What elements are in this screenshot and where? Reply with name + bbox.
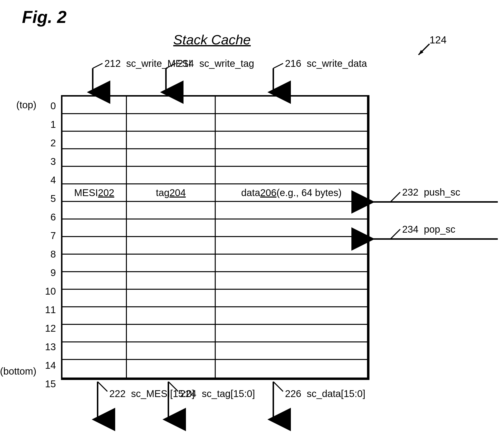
table-cell — [63, 325, 127, 342]
row-index: 4 — [41, 175, 56, 186]
table-cell — [216, 167, 367, 184]
row-index: 9 — [41, 267, 56, 278]
table-cell — [63, 342, 127, 360]
table-cell — [63, 114, 127, 132]
table-cell — [127, 114, 216, 132]
row-index: 15 — [41, 379, 56, 389]
signal-label-top-3: 216 sc_write_data — [285, 58, 367, 69]
table-cell — [216, 360, 367, 378]
table-cell — [127, 149, 216, 167]
row-index: 12 — [41, 323, 56, 334]
table-cell — [216, 149, 367, 167]
table-cell — [127, 272, 216, 290]
svg-line-11 — [98, 382, 107, 391]
table-row — [63, 202, 367, 220]
figure-label: Fig. 2 — [22, 7, 67, 27]
table-cell — [127, 167, 216, 184]
table-cell — [127, 290, 216, 307]
table-row — [63, 96, 367, 114]
row-index: 7 — [41, 230, 56, 241]
svg-line-17 — [390, 192, 400, 202]
table-cell — [127, 342, 216, 360]
table-cell — [127, 96, 216, 114]
svg-line-5 — [93, 64, 102, 68]
table-cell — [216, 220, 367, 237]
table-cell — [216, 202, 367, 220]
svg-line-9 — [273, 64, 283, 68]
table-cell — [63, 272, 127, 290]
row-index: 5 — [41, 193, 56, 204]
row-index: 13 — [41, 341, 56, 352]
table-cell — [63, 132, 127, 149]
table-cell: MESI 202 — [63, 184, 127, 202]
table-cell — [63, 255, 127, 272]
table-cell — [216, 255, 367, 272]
table-cell — [127, 307, 216, 325]
row-index: 11 — [41, 304, 56, 315]
table-cell — [63, 307, 127, 325]
table-cell — [63, 360, 127, 378]
table-cell — [127, 237, 216, 255]
table-cell — [127, 132, 216, 149]
signal-label-top-2: 214 sc_write_tag — [178, 58, 254, 69]
table-cell — [216, 342, 367, 360]
table-cell: tag 204 — [127, 184, 216, 202]
row-index: 10 — [41, 286, 56, 297]
table-cell — [127, 325, 216, 342]
corner-ref-number: 124 — [430, 34, 447, 46]
table-row — [63, 307, 367, 325]
signal-label-bottom-2: 224 sc_tag[15:0] — [180, 388, 255, 399]
table-cell — [63, 96, 127, 114]
table-row — [63, 272, 367, 290]
table-cell — [63, 220, 127, 237]
table-row — [63, 114, 367, 132]
table-cell — [63, 202, 127, 220]
table-row — [63, 132, 367, 149]
diagram-title: Stack Cache — [173, 32, 251, 48]
table-cell — [216, 272, 367, 290]
signal-label-right-1: 232 push_sc — [402, 187, 460, 198]
table-cell — [216, 307, 367, 325]
table-cell — [216, 132, 367, 149]
table-row — [63, 342, 367, 360]
table-cell — [216, 96, 367, 114]
table-cell — [63, 167, 127, 184]
diagram-page: Fig. 2 Stack Cache 124 — [0, 0, 500, 448]
svg-line-19 — [390, 229, 400, 239]
table-row — [63, 360, 367, 378]
row-index: 8 — [41, 249, 56, 260]
table-cell: data 206 (e.g., 64 bytes) — [216, 184, 367, 202]
table-row — [63, 220, 367, 237]
row-index: 0 — [41, 100, 56, 112]
row-index: 2 — [41, 138, 56, 148]
row-index: 14 — [41, 360, 56, 371]
signal-label-bottom-3: 226 sc_data[15:0] — [285, 388, 365, 399]
table-row — [63, 290, 367, 307]
table-row — [63, 149, 367, 167]
row-index: 1 — [41, 119, 56, 130]
table-cell — [216, 290, 367, 307]
table-cell — [63, 290, 127, 307]
table-cell — [127, 202, 216, 220]
row-index: 6 — [41, 212, 56, 223]
table-cell — [127, 220, 216, 237]
table-cell — [63, 149, 127, 167]
stack-cache-table: MESI 202tag 204data 206 (e.g., 64 bytes) — [61, 95, 369, 380]
table-row — [63, 325, 367, 342]
table-cell — [216, 114, 367, 132]
row-index: 3 — [41, 156, 56, 167]
table-cell — [127, 360, 216, 378]
table-cell — [216, 237, 367, 255]
table-row — [63, 255, 367, 272]
svg-line-15 — [273, 382, 283, 391]
table-cell — [127, 255, 216, 272]
table-row: MESI 202tag 204data 206 (e.g., 64 bytes) — [63, 184, 367, 202]
table-cell — [63, 237, 127, 255]
top-caption: (top) — [16, 99, 36, 111]
table-row — [63, 167, 367, 184]
table-row — [63, 237, 367, 255]
signal-label-right-2: 234 pop_sc — [402, 224, 455, 235]
table-cell — [216, 325, 367, 342]
bottom-caption: (bottom) — [0, 366, 36, 377]
